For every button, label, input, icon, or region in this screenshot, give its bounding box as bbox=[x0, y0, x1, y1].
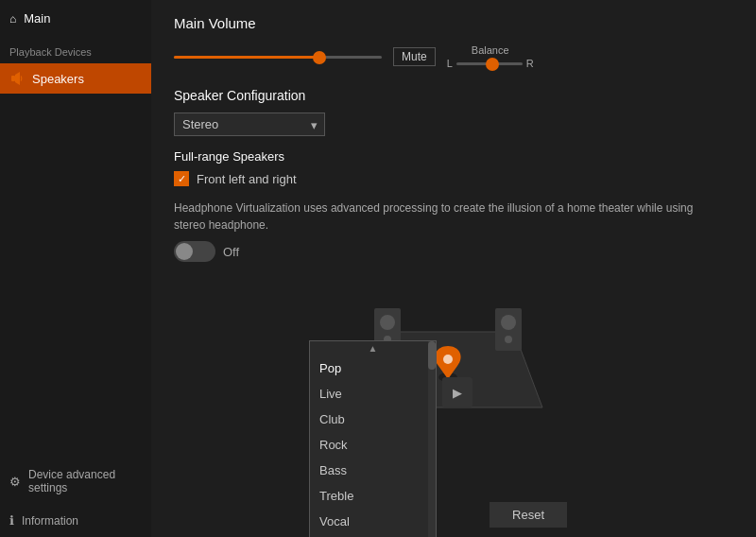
fullrange-checkbox[interactable]: ✓ bbox=[174, 171, 189, 186]
balance-right-label: R bbox=[526, 58, 534, 69]
speaker-icon bbox=[9, 71, 25, 86]
sidebar-item-speakers[interactable]: Speakers bbox=[0, 63, 151, 94]
playback-devices-label: Playback Devices bbox=[0, 37, 151, 63]
virtualization-description: Headphone Virtualization uses advanced p… bbox=[174, 199, 703, 234]
sidebar-bottom: ⚙ Device advanced settings ℹ Information bbox=[0, 459, 151, 537]
svg-point-6 bbox=[501, 315, 516, 330]
eq-item-live[interactable]: Live bbox=[310, 381, 436, 407]
fullrange-title: Full-range Speakers bbox=[174, 149, 733, 164]
scrollbar-thumb[interactable] bbox=[428, 341, 436, 370]
scroll-up-indicator[interactable]: ▲ bbox=[310, 341, 436, 355]
speaker-config-dropdown-container: Stereo Quadraphonic 5.1 Surround 7.1 Sur… bbox=[174, 113, 733, 136]
volume-fill bbox=[174, 56, 319, 59]
eq-item-pop[interactable]: Pop bbox=[310, 355, 436, 381]
volume-row: Mute Balance L R bbox=[174, 44, 733, 69]
home-icon: ⌂ bbox=[9, 12, 16, 26]
eq-item-bass-label: Bass bbox=[319, 463, 347, 477]
svg-point-7 bbox=[505, 336, 512, 343]
fullrange-checkbox-row: ✓ Front left and right bbox=[174, 171, 733, 186]
eq-item-vocal-label: Vocal bbox=[319, 514, 350, 528]
gear-icon: ⚙ bbox=[9, 475, 21, 489]
eq-item-treble-label: Treble bbox=[319, 489, 353, 503]
eq-item-club-label: Club bbox=[319, 412, 345, 426]
eq-item-rock-label: Rock bbox=[319, 438, 348, 452]
speaker-config-select[interactable]: Stereo Quadraphonic 5.1 Surround 7.1 Sur… bbox=[174, 113, 325, 136]
balance-group: Balance L R bbox=[447, 44, 534, 69]
toggle-state-label: Off bbox=[223, 245, 239, 259]
eq-item-bass[interactable]: Bass bbox=[310, 458, 436, 483]
sidebar-item-information[interactable]: ℹ Information bbox=[0, 504, 151, 537]
play-icon: ▶ bbox=[453, 386, 462, 400]
info-icon: ℹ bbox=[9, 513, 14, 528]
balance-label: Balance bbox=[472, 44, 509, 56]
svg-point-9 bbox=[443, 355, 453, 364]
speaker-diagram-area: ▶ bbox=[174, 275, 733, 426]
svg-point-3 bbox=[380, 315, 395, 330]
speaker-config-select-wrapper[interactable]: Stereo Quadraphonic 5.1 Surround 7.1 Sur… bbox=[174, 113, 325, 136]
play-button[interactable]: ▶ bbox=[442, 377, 472, 407]
main-content: Main Volume Mute Balance L R Speaker Con… bbox=[151, 0, 756, 537]
volume-slider[interactable] bbox=[174, 56, 382, 59]
eq-item-pop-label: Pop bbox=[319, 361, 341, 375]
equalizer-dropdown-popup: ▲ Pop Live Club Rock Bass Treble Vocal bbox=[309, 340, 437, 537]
eq-item-vocal[interactable]: Vocal bbox=[310, 509, 436, 534]
eq-item-club[interactable]: Club bbox=[310, 407, 436, 432]
toggle-row: Off bbox=[174, 241, 733, 262]
mute-button[interactable]: Mute bbox=[393, 47, 436, 66]
eq-item-live-label: Live bbox=[319, 387, 342, 401]
balance-thumb[interactable] bbox=[486, 58, 499, 71]
volume-thumb[interactable] bbox=[313, 51, 326, 64]
balance-slider[interactable] bbox=[456, 62, 523, 65]
device-advanced-label: Device advanced settings bbox=[28, 468, 142, 494]
sidebar-speakers-label: Speakers bbox=[32, 72, 84, 86]
checkmark-icon: ✓ bbox=[178, 173, 186, 185]
eq-item-treble[interactable]: Treble bbox=[310, 483, 436, 509]
dropdown-scrollbar[interactable] bbox=[428, 341, 436, 537]
reset-button[interactable]: Reset bbox=[490, 502, 567, 528]
mute-label: Mute bbox=[402, 50, 427, 63]
svg-rect-0 bbox=[11, 76, 15, 81]
sidebar-main-header[interactable]: ⌂ Main bbox=[0, 0, 151, 37]
sidebar: ⌂ Main Playback Devices Speakers ⚙ Devic… bbox=[0, 0, 151, 537]
information-label: Information bbox=[22, 514, 78, 528]
sidebar-item-device-advanced[interactable]: ⚙ Device advanced settings bbox=[0, 459, 151, 504]
balance-row: L R bbox=[447, 58, 534, 69]
toggle-thumb bbox=[176, 243, 193, 260]
main-volume-title: Main Volume bbox=[174, 15, 733, 31]
balance-left-label: L bbox=[447, 58, 453, 69]
virtualization-toggle[interactable] bbox=[174, 241, 215, 262]
eq-item-rock[interactable]: Rock bbox=[310, 432, 436, 458]
sidebar-main-label: Main bbox=[24, 11, 50, 26]
speaker-config-title: Speaker Configuration bbox=[174, 88, 733, 103]
fullrange-checkbox-label: Front left and right bbox=[197, 172, 297, 186]
